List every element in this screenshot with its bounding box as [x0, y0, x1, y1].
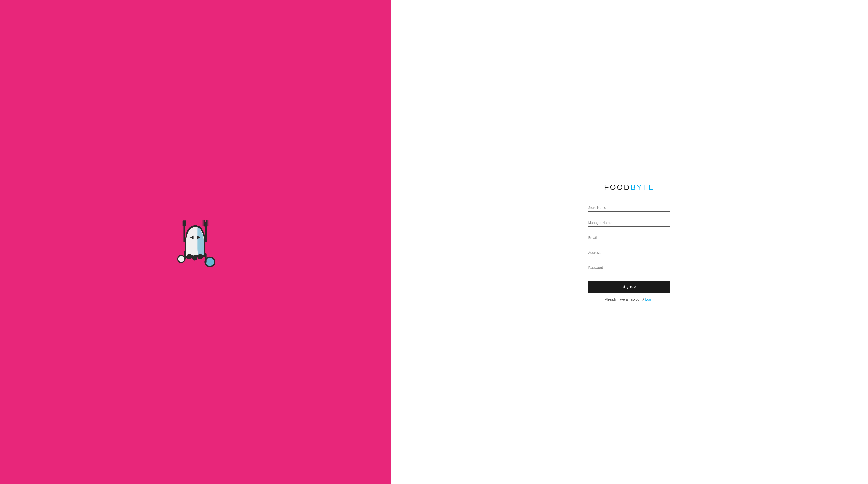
store-name-input[interactable]: [588, 204, 671, 212]
password-input[interactable]: [588, 264, 671, 272]
email-group: [588, 234, 671, 242]
svg-rect-6: [208, 220, 209, 227]
form-container: FOODBYTE Signup Already have an account?…: [588, 183, 671, 301]
svg-rect-4: [205, 220, 206, 227]
already-account-text: Already have an account?: [605, 298, 644, 301]
svg-point-11: [192, 255, 197, 261]
svg-point-10: [187, 254, 192, 259]
svg-rect-5: [206, 220, 207, 227]
svg-point-12: [197, 254, 203, 259]
right-panel: FOODBYTE Signup Already have an account?…: [391, 0, 868, 484]
ghost-mascot: [161, 208, 229, 276]
svg-rect-9: [184, 251, 186, 260]
logo: FOODBYTE: [588, 183, 671, 192]
email-input[interactable]: [588, 234, 671, 242]
svg-rect-1: [183, 220, 186, 226]
password-group: [588, 264, 671, 272]
signup-button[interactable]: Signup: [588, 280, 671, 293]
svg-point-14: [206, 258, 214, 266]
manager-name-input[interactable]: [588, 218, 671, 227]
login-link[interactable]: Login: [645, 298, 653, 301]
svg-rect-3: [203, 220, 204, 227]
store-name-group: [588, 204, 671, 212]
address-input[interactable]: [588, 248, 671, 257]
logo-byte: BYTE: [630, 183, 655, 192]
address-group: [588, 248, 671, 257]
svg-rect-15: [205, 253, 207, 263]
left-panel: [0, 0, 391, 484]
manager-name-group: [588, 218, 671, 227]
login-prompt: Already have an account? Login: [588, 298, 671, 301]
logo-food: FOOD: [604, 183, 630, 192]
svg-point-8: [178, 256, 184, 262]
